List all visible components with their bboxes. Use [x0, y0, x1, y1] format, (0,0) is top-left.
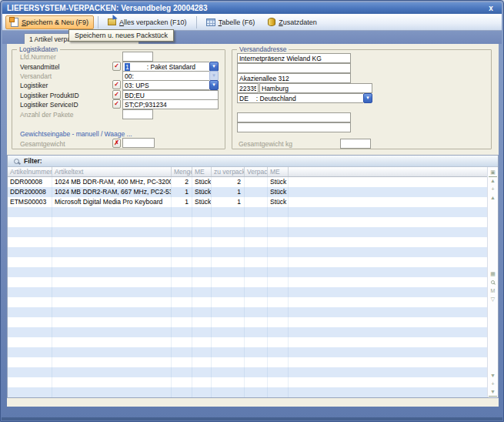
anzahl-pakete-input[interactable] — [122, 109, 153, 119]
table-cell — [192, 227, 212, 237]
article-grid-panel: Filter: ArtikelnummerArtikeltextMengeMEz… — [7, 155, 499, 398]
table-cell — [268, 317, 289, 327]
table-cell-filler — [289, 277, 487, 287]
table-cell — [52, 287, 172, 297]
toolbar-separator — [98, 16, 98, 28]
insert-row-icon[interactable]: + — [489, 185, 497, 193]
total-weight-kg-label: Gesamtgewicht kg — [239, 140, 292, 148]
table-cell-filler — [289, 307, 487, 317]
bookmark-icon[interactable]: M — [489, 286, 497, 295]
search-icon[interactable] — [14, 159, 19, 164]
service-id-input[interactable] — [122, 99, 219, 109]
logistiker-combobox[interactable]: 03: UPS ▼ — [122, 80, 219, 90]
address-name1-input[interactable] — [237, 53, 351, 63]
table-cell — [245, 247, 268, 257]
address-street-input[interactable] — [237, 73, 351, 83]
service-id-check-button[interactable]: ✓ — [112, 99, 121, 109]
table-cell — [212, 207, 245, 217]
table-cell-filler — [289, 347, 487, 357]
address-extra1-input[interactable] — [237, 112, 351, 122]
table-cell — [212, 357, 245, 367]
additional-data-button[interactable]: Zusatzdaten — [262, 15, 322, 29]
table-cell — [245, 207, 268, 217]
table-cell — [172, 237, 192, 247]
scroll-top-icon[interactable]: ▲ — [489, 176, 497, 185]
table-cell — [192, 267, 212, 277]
table-cell — [52, 377, 172, 387]
logistiker-value: 03: UPS — [122, 80, 209, 90]
table-row[interactable]: DDR2000081024 MB DDR2-RAM, 667 MHz, PC2-… — [8, 187, 487, 197]
column-header-verpackt-5[interactable]: Verpackt — [245, 167, 268, 176]
table-cell — [8, 277, 52, 287]
table-cell: Stück — [192, 187, 212, 197]
table-cell — [212, 227, 245, 237]
column-header-me-3[interactable]: ME — [192, 167, 212, 176]
country-combobox[interactable]: DE: Deutschland ▼ — [237, 93, 372, 103]
add-row-icon[interactable]: + — [489, 380, 497, 388]
address-city-input[interactable] — [259, 83, 372, 93]
table-cell — [172, 287, 192, 297]
table-cell — [172, 327, 192, 337]
table-row[interactable]: DDR000081024 MB DDR-RAM, 400 MHz, PC-320… — [8, 177, 487, 187]
logistiker-check-button[interactable]: ✓ — [112, 80, 121, 89]
address-name2-input[interactable] — [237, 63, 351, 73]
produkt-id-check-button[interactable]: ✓ — [112, 90, 121, 99]
column-header-zu-verpacke-4[interactable]: zu verpacke — [212, 167, 245, 176]
column-chooser-icon[interactable]: ▣ — [489, 168, 497, 176]
filter-icon[interactable]: ▽ — [489, 295, 497, 303]
table-cell — [268, 387, 289, 397]
scroll-up-icon[interactable]: ▲ — [489, 193, 497, 202]
gesamtgewicht-input[interactable] — [122, 138, 155, 148]
table-cell — [172, 267, 192, 277]
table-cell — [192, 327, 212, 337]
table-cell — [245, 347, 268, 357]
table-cell — [172, 227, 192, 237]
table-cell — [245, 277, 268, 287]
table-cell — [212, 257, 245, 267]
table-cell — [212, 267, 245, 277]
close-button[interactable]: x — [485, 4, 497, 12]
lfd-nummer-input[interactable] — [122, 52, 153, 62]
table-cell: 1 — [172, 187, 192, 197]
column-header-artikeltext-1[interactable]: Artikeltext — [52, 167, 172, 176]
table-cell — [212, 307, 245, 317]
lfd-nummer-label: Lfd.Nummer — [20, 53, 56, 61]
scroll-bottom-icon[interactable]: ▼ — [489, 388, 497, 397]
table-view-button[interactable]: Tabelle (F6) — [201, 15, 261, 29]
gesamtgewicht-clear-button[interactable]: ✗ — [112, 139, 121, 148]
grid-view-icon[interactable]: ▦ — [489, 270, 497, 278]
table-cell — [212, 387, 245, 397]
tooltip: Speichern u. neues Packstück — [68, 29, 174, 42]
pack-all-button[interactable]: Alles verpacken (F10) — [102, 15, 192, 29]
grid-body: DDR000081024 MB DDR-RAM, 400 MHz, PC-320… — [8, 177, 487, 397]
total-weight-kg-input[interactable] — [340, 139, 371, 149]
address-zip-input[interactable] — [237, 83, 259, 93]
scroll-down-icon[interactable]: ▼ — [489, 371, 497, 380]
search-icon[interactable] — [489, 278, 497, 286]
table-cell — [8, 377, 52, 387]
table-cell-filler — [289, 177, 487, 187]
logistiker-dropdown-icon[interactable]: ▼ — [209, 80, 219, 90]
table-cell: ETMS00003 — [8, 197, 52, 207]
table-cell — [8, 207, 52, 217]
table-cell — [268, 337, 289, 347]
table-cell — [192, 217, 212, 227]
table-cell — [172, 257, 192, 267]
save-and-new-button[interactable]: Speichern & Neu (F9) — [5, 15, 94, 29]
table-empty-row — [8, 367, 487, 377]
versandmittel-check-button[interactable]: ✓ — [112, 62, 121, 71]
table-cell — [212, 317, 245, 327]
table-cell — [172, 367, 192, 377]
table-cell — [8, 317, 52, 327]
table-cell — [52, 237, 172, 247]
table-row[interactable]: ETMS00003Microsoft Digital Media Pro Key… — [8, 197, 487, 207]
country-dropdown-icon[interactable]: ▼ — [363, 93, 372, 103]
column-header-me-6[interactable]: ME — [268, 167, 289, 176]
table-cell — [268, 227, 289, 237]
column-header-artikelnummer-0[interactable]: Artikelnummer — [8, 167, 52, 176]
column-header-menge-2[interactable]: Menge — [172, 167, 192, 176]
table-cell — [52, 367, 172, 377]
table-cell — [268, 237, 289, 247]
table-cell — [212, 377, 245, 387]
address-extra2-input[interactable] — [237, 122, 351, 132]
